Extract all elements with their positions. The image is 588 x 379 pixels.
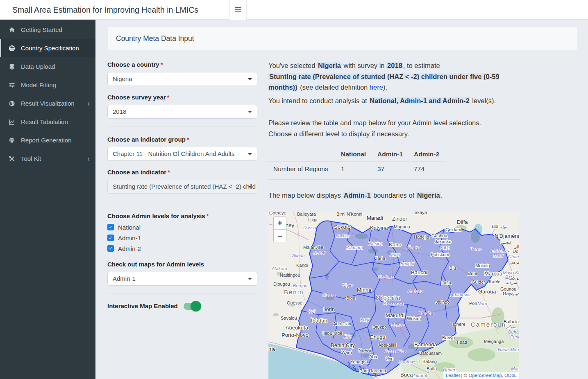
checkbox-checked-icon[interactable]: ✓ [107, 245, 114, 252]
regions-table-header: National Admin-1 Admin-2 [268, 151, 520, 158]
map-label: Hadejia [414, 235, 429, 239]
selected-levels: National, Admin-1 and Admin-2 [369, 97, 470, 104]
sidebar-toggle-button[interactable] [230, 0, 246, 20]
checkbox-national[interactable]: ✓ National [107, 222, 257, 232]
required-asterisk: * [168, 169, 170, 176]
map-label: Takaya [413, 212, 427, 215]
nigeria-admin1-map[interactable]: GothèyeBalleyaraBirni N'KonniTakayaLogaM… [268, 212, 519, 379]
required-asterisk: * [207, 212, 209, 219]
map-label: Tibati [456, 340, 467, 345]
sidebar-item-label: Report Generation [21, 137, 71, 144]
sidebar-item-report-generation[interactable]: Report Generation [0, 131, 95, 149]
required-asterisk: * [167, 94, 170, 101]
toggle-knob[interactable] [191, 301, 201, 311]
sidebar-item-getting-started[interactable]: Getting Started [0, 20, 95, 39]
caption-country: Nigeria [416, 192, 441, 199]
map-label: Mubi [467, 271, 477, 276]
map-label: Oyò [308, 309, 316, 314]
country-select[interactable]: Nigeria [107, 72, 257, 86]
hamburger-icon [235, 7, 241, 8]
section-divider [107, 126, 257, 126]
app-page: Small Area Estimation for Improving Heal… [0, 0, 588, 379]
interactive-map-toggle-row: Interactive Map Enabled [107, 300, 257, 312]
map-label: Jakusko [435, 239, 451, 244]
chevron-down-icon [248, 278, 252, 280]
map-label: Kandi [296, 263, 308, 268]
value-national: 1 [341, 165, 377, 173]
selected-year: 2018 [386, 62, 403, 69]
sliders-icon [9, 82, 16, 88]
map-label: Djougou [273, 282, 290, 287]
map-label: Balleyara [297, 212, 316, 217]
openstreetmap-link[interactable]: OpenStreetMap [468, 373, 502, 378]
selected-country: Nigeria [317, 62, 342, 69]
sidebar-item-label: Getting Started [21, 26, 62, 33]
definition-link[interactable]: here [370, 83, 383, 91]
map-level-select[interactable]: Admin-1 [107, 272, 257, 286]
map-label: قونو [512, 291, 519, 296]
sidebar-item-tool-kit[interactable]: Tool Kit ‹ [0, 149, 95, 168]
map-label: Mambéré [511, 366, 519, 371]
map-caption: The map below displays Admin-1 boundarie… [268, 190, 521, 201]
map-label: Jigawa [406, 245, 421, 250]
map-label: Dosso [303, 225, 316, 230]
map-label: Katsina [370, 225, 388, 231]
map-canvas[interactable]: GothèyeBalleyaraBirni N'KonniTakayaLogaM… [268, 212, 519, 379]
map-label: Aba [369, 354, 377, 359]
leaflet-link[interactable]: Leaflet [446, 373, 460, 378]
map-label: Diffa [457, 219, 468, 225]
map-label: Ouèssè [287, 300, 302, 305]
zoom-in-button[interactable]: + [274, 217, 286, 230]
survey-year-select[interactable]: 2018 [107, 105, 257, 119]
sidebar-item-data-upload[interactable]: Data Upload [0, 57, 95, 76]
map-label: Gothèye [269, 212, 286, 215]
map-label: Niger [342, 283, 354, 288]
map-label: Banyo [442, 335, 455, 340]
map-label: Biu [450, 266, 456, 271]
map-label: بول [501, 224, 507, 229]
required-asterisk: * [161, 61, 163, 68]
indicator-group-label: Choose an indicator group* [107, 135, 257, 144]
checkbox-checked-icon[interactable]: ✓ [107, 235, 114, 241]
map-label: Katsina [368, 241, 383, 246]
map-label: Zamfara [346, 245, 363, 250]
table-top-border [268, 145, 520, 145]
map-label: Buea [400, 372, 413, 378]
map-label: Maroua [484, 271, 503, 277]
odbl-link[interactable]: ODbL [504, 373, 517, 378]
chevron-down-icon [248, 153, 252, 155]
indicator-group-select[interactable]: Chapter 11 - Nutrition Of Children And A… [107, 147, 257, 161]
checkbox-admin-2[interactable]: ✓ Admin-2 [107, 243, 257, 254]
indicator-select[interactable]: Stunting rate (Prevalence of stunted (HA… [107, 180, 257, 194]
map-label: Do [513, 249, 518, 254]
col-national: National [341, 151, 377, 158]
map-label: Bafia [427, 366, 437, 371]
sidebar-item-label: Tool Kit [21, 155, 41, 162]
zoom-out-button[interactable]: − [274, 230, 286, 242]
map-label: Bafang [422, 359, 437, 364]
checkbox-checked-icon[interactable]: ✓ [107, 224, 114, 230]
map-label: Nana-Mambéré [498, 347, 519, 352]
analysis-levels-summary: You intend to conduct analysis at Nation… [268, 95, 521, 106]
map-label: Bamenda [414, 341, 437, 347]
map-label: Plateau [408, 289, 423, 293]
top-navbar: Small Area Estimation for Improving Heal… [0, 0, 588, 20]
checkbox-admin-1[interactable]: ✓ Admin-1 [107, 232, 257, 243]
map-label: Zaria [375, 256, 386, 261]
map-label: Cameroun [471, 321, 506, 328]
map-label: Littoral [413, 373, 427, 378]
map-label: Bauchi [411, 269, 427, 275]
map-label: Meiganga [484, 339, 504, 344]
sidebar-item-result-visualization[interactable]: Result Visualization ‹ [0, 94, 95, 113]
map-label: N'Djaména [495, 233, 519, 239]
map-label: Kogi [360, 317, 370, 322]
sidebar-item-result-tabulation[interactable]: Result Tabulation [0, 113, 95, 131]
interactive-map-toggle[interactable] [184, 303, 200, 310]
table-bottom-border [268, 179, 520, 180]
sidebar-item-country-specification[interactable]: Country Specification [0, 39, 95, 57]
sidebar-item-model-fitting[interactable]: Model Fitting [0, 76, 95, 94]
map-label: Abakaliki [378, 343, 396, 347]
sidebar-item-label: Result Visualization [21, 100, 75, 107]
printer-icon [9, 137, 16, 144]
map-label: Borgou [293, 283, 307, 288]
